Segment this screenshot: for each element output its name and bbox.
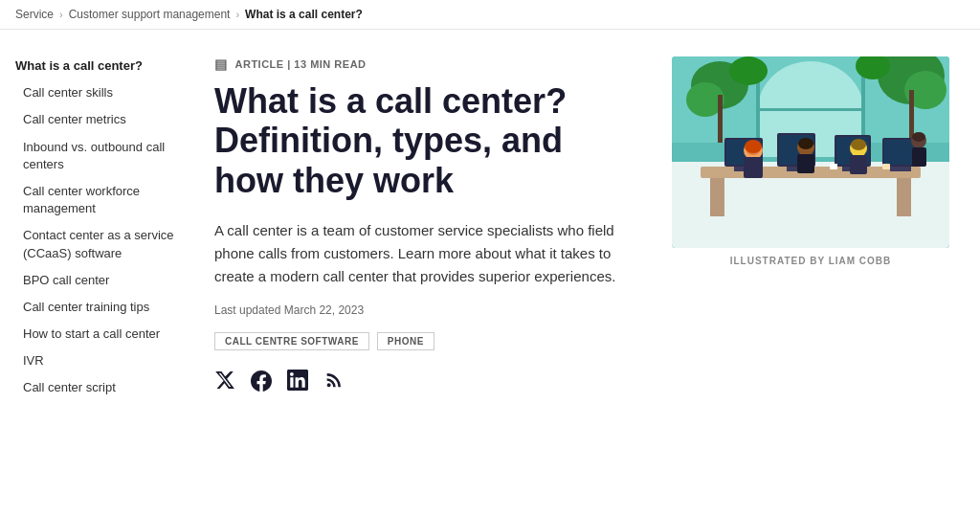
linkedin-icon[interactable] <box>287 370 308 396</box>
illustration-image <box>672 56 949 248</box>
rss-icon[interactable] <box>323 370 345 396</box>
svg-rect-18 <box>897 178 911 216</box>
svg-rect-44 <box>830 164 837 169</box>
breadcrumb-separator-2: › <box>235 9 239 20</box>
svg-rect-45 <box>882 164 890 169</box>
article-title: What is a call center? Definition, types… <box>214 81 635 200</box>
sidebar-item-call-center-skills[interactable]: Call center skills <box>15 79 176 106</box>
svg-point-13 <box>729 56 768 85</box>
breadcrumb-service[interactable]: Service <box>15 8 54 21</box>
social-icons <box>214 370 649 396</box>
breadcrumb: Service › Customer support management › … <box>0 0 980 30</box>
article-meta: ▤ ARTICLE | 13 MIN READ <box>214 56 649 72</box>
breadcrumb-current: What is a call center? <box>245 8 363 21</box>
sidebar-item-workforce-management[interactable]: Call center workforce management <box>15 178 176 222</box>
tag-call-centre-software[interactable]: CALL CENTRE SOFTWARE <box>214 332 369 350</box>
svg-rect-36 <box>797 154 814 173</box>
svg-rect-42 <box>912 147 926 167</box>
article-meta-label: ARTICLE | 13 MIN READ <box>235 58 367 70</box>
svg-rect-9 <box>718 95 723 143</box>
sidebar-item-call-center-metrics[interactable]: Call center metrics <box>15 106 176 133</box>
sidebar-item-ivr[interactable]: IVR <box>15 348 176 374</box>
svg-rect-17 <box>710 178 724 216</box>
svg-point-37 <box>798 138 813 149</box>
sidebar-item-what-is-call-center[interactable]: What is a call center? <box>15 53 176 79</box>
illustration-section: ILLUSTRATED BY LIAM COBB <box>672 56 949 266</box>
page-layout: What is a call center? Call center skill… <box>0 30 980 425</box>
svg-point-40 <box>851 139 866 150</box>
last-updated: Last updated March 22, 2023 <box>214 303 649 317</box>
svg-rect-6 <box>756 108 865 111</box>
breadcrumb-separator-1: › <box>59 9 63 20</box>
svg-rect-33 <box>744 157 763 178</box>
main-content: ▤ ARTICLE | 13 MIN READ What is a call c… <box>191 30 980 425</box>
sidebar-item-bpo[interactable]: BPO call center <box>15 267 176 294</box>
sidebar-item-how-to-start[interactable]: How to start a call center <box>15 321 176 348</box>
text-section: ▤ ARTICLE | 13 MIN READ What is a call c… <box>214 56 649 396</box>
breadcrumb-customer-support[interactable]: Customer support management <box>69 8 231 21</box>
tags-container: CALL CENTRE SOFTWARE PHONE <box>214 332 649 350</box>
sidebar-item-inbound-outbound[interactable]: Inbound vs. outbound call centers <box>15 134 176 178</box>
sidebar-item-training-tips[interactable]: Call center training tips <box>15 294 176 321</box>
content-image-row: ▤ ARTICLE | 13 MIN READ What is a call c… <box>214 56 949 396</box>
svg-point-34 <box>745 140 762 153</box>
sidebar-item-script[interactable]: Call center script <box>15 374 176 401</box>
article-description: A call center is a team of customer serv… <box>214 219 626 288</box>
tag-phone[interactable]: PHONE <box>377 332 434 350</box>
facebook-icon[interactable] <box>251 370 272 396</box>
illustration-credit: ILLUSTRATED BY LIAM COBB <box>730 256 892 266</box>
svg-rect-26 <box>890 167 911 171</box>
svg-rect-39 <box>850 155 867 174</box>
svg-point-43 <box>912 132 925 142</box>
twitter-icon[interactable] <box>214 370 235 396</box>
sidebar-item-ccaas[interactable]: Contact center as a service (CCaaS) soft… <box>15 222 176 266</box>
sidebar: What is a call center? Call center skill… <box>0 30 191 425</box>
document-icon: ▤ <box>214 56 228 72</box>
